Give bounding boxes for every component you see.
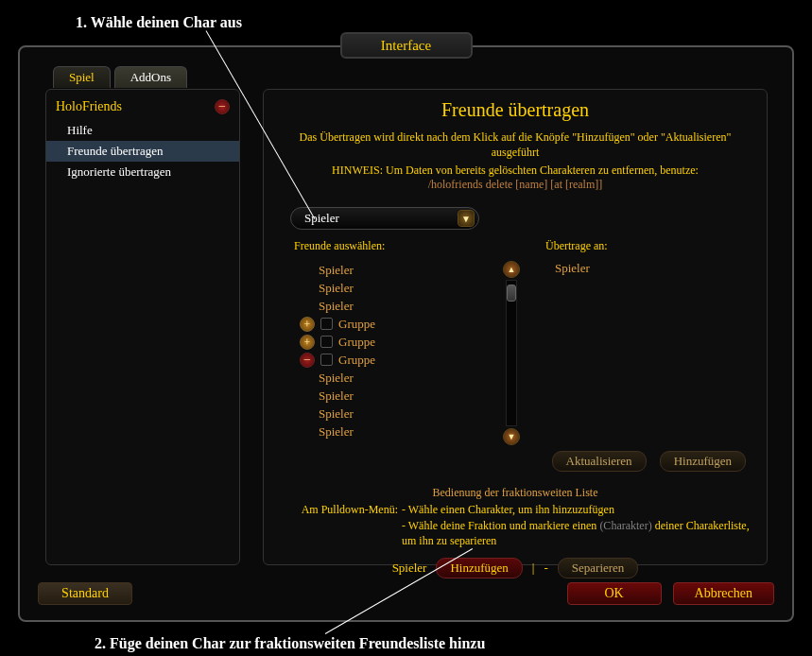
group-name: Gruppe: [338, 353, 375, 368]
list-item[interactable]: Spieler: [281, 279, 498, 297]
group-checkbox[interactable]: [320, 354, 333, 366]
scroll-thumb[interactable]: [507, 285, 516, 302]
separator: |: [532, 561, 535, 576]
expand-plus-icon[interactable]: +: [300, 335, 315, 350]
instructions-title: Bedienung der fraktionsweiten Liste: [281, 485, 750, 500]
list-item-group[interactable]: + Gruppe: [281, 315, 498, 333]
friend-list: Spieler Spieler Spieler + Gruppe + Grupp…: [281, 261, 498, 445]
player-name: Spieler: [319, 424, 354, 440]
sidebar-item-help[interactable]: Hilfe: [46, 120, 239, 141]
list-item[interactable]: Spieler: [281, 423, 498, 440]
content-hint: HINWEIS: Um Daten von bereits gelöschten…: [281, 164, 750, 192]
group-name: Gruppe: [338, 335, 375, 350]
hint-label: HINWEIS: Um Daten von bereits gelöschten…: [332, 164, 699, 177]
instruction-line1: - Wähle einen Charakter, um ihn hinzuzuf…: [402, 502, 750, 517]
tab-addons[interactable]: AddOns: [114, 66, 187, 88]
separate-button[interactable]: Separieren: [558, 558, 639, 578]
player-name: Spieler: [319, 388, 354, 404]
scroll-track[interactable]: [506, 280, 517, 426]
instruction-line2: - Wähle deine Fraktion und markiere eine…: [402, 518, 750, 548]
target-player[interactable]: Spieler: [517, 261, 750, 276]
content-panel: Freunde übertragen Das Übertragen wird d…: [263, 89, 768, 565]
dropdown-value: Spieler: [304, 211, 339, 226]
list-item[interactable]: Spieler: [281, 405, 498, 423]
instructions: Bedienung der fraktionsweiten Liste Am P…: [281, 485, 750, 548]
ok-button[interactable]: OK: [567, 582, 662, 605]
player-name: Spieler: [319, 299, 354, 314]
list-item[interactable]: Spieler: [281, 261, 498, 279]
sidebar: HoloFriends − Hilfe Freunde übertragen I…: [45, 89, 240, 565]
annotation-bottom: 2. Füge deinen Char zur fraktionsweiten …: [95, 635, 485, 652]
sidebar-item-transfer-friends[interactable]: Freunde übertragen: [46, 141, 239, 162]
group-checkbox[interactable]: [320, 318, 333, 330]
player-name: Spieler: [319, 263, 354, 278]
expand-minus-icon[interactable]: −: [300, 353, 315, 368]
group-checkbox[interactable]: [320, 336, 333, 348]
sidebar-item-transfer-ignored[interactable]: Ignorierte übertragen: [46, 162, 239, 182]
separator-dash: -: [544, 561, 547, 576]
player-name: Spieler: [319, 371, 354, 386]
hint-command: /holofriends delete [name] [at [realm]]: [428, 178, 603, 191]
pulldown-label: Am Pulldown-Menü:: [281, 502, 402, 517]
list-item-group[interactable]: − Gruppe: [281, 351, 498, 369]
list-item[interactable]: Spieler: [281, 387, 498, 405]
group-name: Gruppe: [338, 317, 375, 332]
scrollbar: ▲ ▼: [502, 261, 521, 445]
annotation-top: 1. Wähle deinen Char aus: [76, 14, 242, 31]
cancel-button[interactable]: Abbrechen: [673, 582, 774, 605]
chevron-down-icon: ▼: [458, 210, 475, 227]
character-dropdown[interactable]: Spieler ▼: [290, 207, 479, 230]
list-item[interactable]: Spieler: [281, 369, 498, 387]
expand-plus-icon[interactable]: +: [300, 317, 315, 332]
player-label: Spieler: [392, 561, 427, 576]
select-friends-label: Freunde auswählen:: [281, 239, 498, 253]
transfer-to-label: Übertrage an:: [517, 239, 750, 253]
player-name: Spieler: [319, 281, 354, 296]
defaults-button[interactable]: Standard: [38, 582, 132, 605]
list-item-group[interactable]: + Gruppe: [281, 333, 498, 351]
content-title: Freunde übertragen: [281, 99, 750, 121]
list-item[interactable]: Spieler: [281, 297, 498, 315]
tab-game[interactable]: Spiel: [53, 66, 111, 88]
collapse-icon[interactable]: −: [215, 99, 230, 114]
player-name: Spieler: [319, 406, 354, 422]
instr-text: - Wähle deine Fraktion und markiere eine…: [402, 519, 599, 532]
add-button[interactable]: Hinzufügen: [660, 451, 746, 472]
instr-placeholder: (Charakter): [599, 519, 651, 532]
scroll-up-button[interactable]: ▲: [503, 261, 520, 278]
window-title: Interface: [340, 32, 473, 59]
refresh-button[interactable]: Aktualisieren: [552, 451, 647, 472]
sidebar-addon-name: HoloFriends: [56, 99, 122, 114]
content-description: Das Übertragen wird direkt nach dem Klic…: [281, 130, 750, 160]
scroll-down-button[interactable]: ▼: [503, 428, 520, 445]
